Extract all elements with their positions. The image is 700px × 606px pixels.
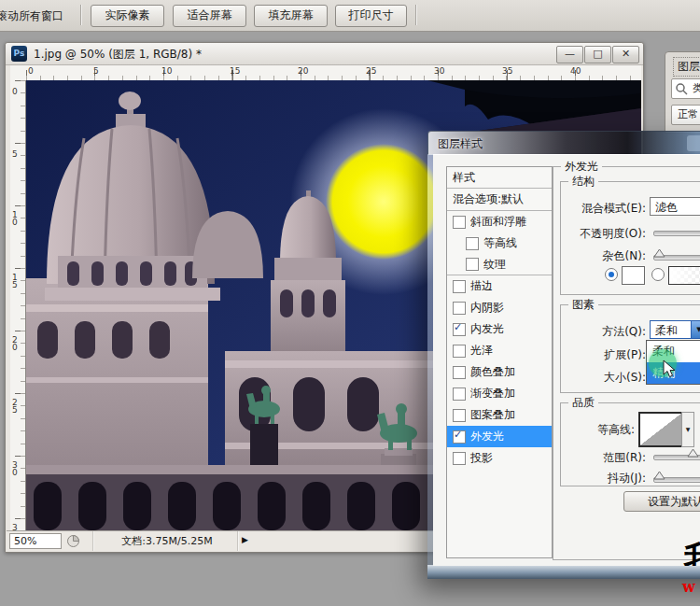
dialog-title: 图层样式 bbox=[438, 136, 483, 152]
gradient-radio[interactable] bbox=[651, 268, 665, 281]
ruler-label: 35 bbox=[12, 524, 20, 530]
vertical-ruler[interactable]: 0 5 10 15 20 25 30 35 bbox=[10, 80, 26, 530]
dialog-body: 样式 混合选项:默认 斜面和浮雕 等高线 纹理 描边 内阴影 内发光 bbox=[433, 154, 700, 566]
style-row-color-overlay[interactable]: 颜色叠加 bbox=[447, 361, 552, 383]
glow-gradient-swatch[interactable] bbox=[668, 266, 700, 285]
noise-slider-thumb[interactable] bbox=[653, 248, 665, 258]
style-row-stroke[interactable]: 描边 bbox=[447, 275, 552, 297]
ruler-label: 40 bbox=[570, 66, 581, 76]
checkbox[interactable] bbox=[453, 430, 466, 444]
ruler-label: 0 bbox=[12, 88, 20, 95]
blend-mode-select[interactable]: 滤色 bbox=[650, 197, 700, 216]
elements-group-title: 图素 bbox=[568, 298, 598, 311]
watermark-partial-text: 我 bbox=[684, 536, 700, 566]
fit-screen-button[interactable]: 适合屏幕 bbox=[173, 5, 246, 27]
contour-label: 等高线: bbox=[575, 422, 635, 438]
opacity-slider[interactable] bbox=[653, 231, 700, 236]
checkbox[interactable] bbox=[453, 452, 466, 465]
style-row-outer-glow[interactable]: 外发光 bbox=[447, 426, 552, 447]
style-row-pattern-overlay[interactable]: 图案叠加 bbox=[447, 404, 552, 426]
opacity-label: 不透明度(O): bbox=[554, 226, 646, 242]
range-slider-thumb[interactable] bbox=[687, 448, 699, 458]
ruler-label: 30 bbox=[434, 66, 444, 76]
ruler-label: 5 bbox=[93, 66, 99, 76]
search-icon bbox=[676, 83, 688, 95]
dialog-titlebar-button bbox=[687, 135, 700, 151]
zoom-level-input[interactable]: 50% bbox=[9, 533, 62, 549]
dialog-titlebar[interactable]: 图层样式 bbox=[427, 131, 700, 155]
checkbox[interactable] bbox=[453, 388, 466, 401]
checkbox[interactable] bbox=[453, 409, 466, 422]
noise-label: 杂色(N): bbox=[575, 248, 646, 264]
technique-select[interactable]: 柔和 bbox=[650, 320, 692, 339]
layer-filter-input[interactable]: 类 bbox=[671, 78, 700, 99]
style-row-gradient-overlay[interactable]: 渐变叠加 bbox=[447, 383, 552, 404]
color-radio[interactable] bbox=[605, 268, 618, 281]
style-label: 内阴影 bbox=[470, 300, 504, 316]
close-icon[interactable]: ✕ bbox=[612, 46, 639, 63]
style-row-inner-glow[interactable]: 内发光 bbox=[447, 318, 552, 340]
style-row-drop-shadow[interactable]: 投影 bbox=[447, 447, 552, 469]
jitter-slider-thumb[interactable] bbox=[653, 471, 665, 480]
style-row-bevel-emboss[interactable]: 斜面和浮雕 bbox=[447, 211, 552, 233]
style-row-texture[interactable]: 纹理 bbox=[447, 254, 552, 275]
checkbox[interactable] bbox=[453, 366, 466, 379]
style-row-contour[interactable]: 等高线 bbox=[447, 233, 552, 254]
status-flyout-arrow-icon[interactable]: ▶ bbox=[242, 535, 248, 544]
layer-style-dialog: 图层样式 样式 混合选项:默认 斜面和浮雕 等高线 纹理 描边 内阴影 bbox=[427, 131, 700, 579]
checkbox[interactable] bbox=[453, 323, 466, 336]
checkbox[interactable] bbox=[453, 302, 466, 315]
checkbox[interactable] bbox=[453, 280, 466, 293]
ruler-label: 30 bbox=[12, 461, 20, 476]
document-titlebar[interactable]: Ps 1.jpg @ 50% (图层 1, RGB/8) * —□✕ bbox=[6, 43, 643, 65]
style-label: 外发光 bbox=[470, 429, 504, 444]
style-row-inner-shadow[interactable]: 内阴影 bbox=[447, 297, 552, 318]
styles-header: 样式 bbox=[447, 167, 552, 189]
horizontal-ruler[interactable]: 0 5 10 15 20 25 30 35 40 bbox=[26, 65, 641, 81]
contour-arrow-icon[interactable]: ▼ bbox=[681, 412, 694, 447]
scroll-all-windows-option[interactable]: 滚动所有窗口 bbox=[0, 8, 63, 24]
checkbox[interactable] bbox=[453, 216, 466, 229]
ruler-label: 10 bbox=[12, 211, 20, 226]
style-label: 渐变叠加 bbox=[470, 386, 515, 402]
technique-label: 方法(Q): bbox=[575, 324, 646, 340]
dialog-glass-edge bbox=[427, 565, 700, 579]
quality-group-title: 品质 bbox=[568, 396, 598, 409]
minimize-icon[interactable]: — bbox=[556, 46, 583, 63]
document-info-icon bbox=[66, 534, 80, 551]
maximize-icon[interactable]: □ bbox=[584, 46, 611, 63]
technique-dropdown-arrow-icon[interactable]: ▼ bbox=[691, 320, 700, 339]
window-controls: —□✕ bbox=[555, 46, 639, 63]
checkbox[interactable] bbox=[466, 258, 479, 271]
style-label: 颜色叠加 bbox=[470, 364, 515, 380]
style-label: 斜面和浮雕 bbox=[470, 214, 526, 230]
style-label: 等高线 bbox=[483, 235, 517, 251]
ruler-label: 20 bbox=[12, 336, 20, 351]
structure-group-title: 结构 bbox=[568, 175, 598, 188]
outer-glow-group-title: 外发光 bbox=[561, 160, 602, 173]
ruler-corner bbox=[10, 65, 27, 81]
fill-screen-button[interactable]: 填充屏幕 bbox=[254, 5, 328, 27]
layers-tab[interactable]: 图层 bbox=[673, 57, 700, 77]
glow-color-swatch[interactable] bbox=[622, 266, 645, 285]
style-label: 纹理 bbox=[483, 257, 506, 273]
checkbox[interactable] bbox=[466, 237, 479, 250]
ruler-label: 15 bbox=[230, 66, 240, 76]
set-default-button[interactable]: 设置为默认值 bbox=[623, 491, 700, 512]
checkbox[interactable] bbox=[453, 345, 466, 358]
style-label: 内发光 bbox=[470, 321, 504, 337]
actual-pixels-button[interactable]: 实际像素 bbox=[91, 5, 164, 27]
blend-mode-dropdown[interactable]: 正常 bbox=[671, 105, 700, 125]
styles-list: 样式 混合选项:默认 斜面和浮雕 等高线 纹理 描边 内阴影 内发光 bbox=[446, 166, 553, 558]
blending-options-row[interactable]: 混合选项:默认 bbox=[447, 189, 552, 211]
print-size-button[interactable]: 打印尺寸 bbox=[335, 5, 407, 27]
ruler-label: 5 bbox=[12, 150, 20, 158]
photoshop-logo-icon: Ps bbox=[11, 46, 27, 62]
contour-picker[interactable] bbox=[638, 412, 683, 447]
toolbar-separator bbox=[80, 5, 82, 25]
blend-mode-value: 正常 bbox=[678, 107, 698, 122]
document-title: 1.jpg @ 50% (图层 1, RGB/8) * bbox=[34, 47, 202, 63]
style-row-satin[interactable]: 光泽 bbox=[447, 340, 552, 361]
document-size-info: 文档:3.75M/5.25M bbox=[97, 534, 237, 548]
layer-filter-text: 类 bbox=[693, 81, 700, 96]
